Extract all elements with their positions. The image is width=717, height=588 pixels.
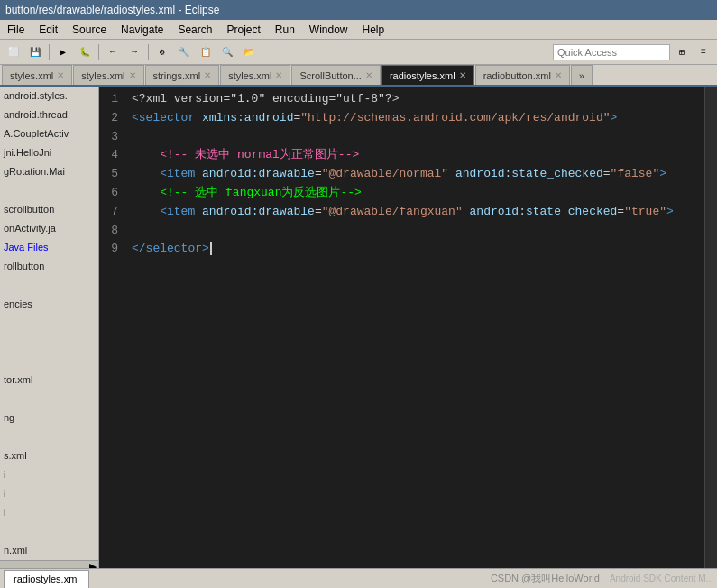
tab-close-radiostyles[interactable]: ✕ [459,70,466,80]
bottom-tab-radiostyles[interactable]: radiostyles.xml [4,570,89,588]
toolbar-btn8[interactable]: 📂 [239,42,259,62]
sidebar-item-4[interactable]: gRotation.Mai [0,162,98,181]
toolbar: ⬜ 💾 ▶ 🐛 ← → ⚙ 🔧 📋 🔍 📂 ⊞ ≡ [0,40,717,65]
tab-close-strings[interactable]: ✕ [204,70,211,80]
toolbar-back[interactable]: ← [103,42,123,62]
sidebar-item-5 [0,181,98,200]
menu-help[interactable]: Help [355,22,392,38]
sidebar-item-17 [0,427,98,446]
sidebar-item-16[interactable]: ng [0,409,98,427]
menu-project[interactable]: Project [219,22,267,38]
sidebar-item-9 [0,276,98,295]
code-content[interactable]: <?xml version="1.0" encoding="utf-8"?> <… [124,87,704,568]
toolbar-btn6[interactable]: 📋 [196,42,216,62]
bottom-tab-label: radiostyles.xml [14,574,79,584]
title-text: button/res/drawable/radiostyles.xml - Ec… [5,4,219,16]
tab-styles1[interactable]: styles.xml ✕ [2,65,72,85]
editor: 1 2 3 4 5 6 7 8 9 <?xml version="1.0" en… [99,87,717,568]
toolbar-forward[interactable]: → [124,42,144,62]
toolbar-sep2 [98,44,99,60]
toolbar-new[interactable]: ⬜ [4,42,23,62]
vertical-scrollbar[interactable] [704,87,717,568]
menu-window[interactable]: Window [302,22,355,38]
toolbar-sep1 [49,44,50,60]
tab-more[interactable]: » [571,65,593,85]
sidebar-scroll-btn[interactable]: ▶ [0,560,98,568]
sidebar-item-22 [0,522,98,541]
menu-file[interactable]: File [0,22,32,38]
watermark: CSDN @我叫HelloWorld Android SDK Content M… [491,572,713,585]
menu-source[interactable]: Source [65,22,114,38]
tab-close-styles1[interactable]: ✕ [57,70,64,80]
tabs-bar: styles.xml ✕ styles.xml ✕ strings.xml ✕ … [0,65,717,87]
toolbar-save[interactable]: 💾 [25,42,45,62]
title-bar: button/res/drawable/radiostyles.xml - Ec… [0,0,717,20]
sidebar: android.styles. android.thread: A.Couple… [0,87,99,568]
toolbar-btn4[interactable]: ⚙ [152,42,172,62]
bottom-bar: radiostyles.xml CSDN @我叫HelloWorld Andro… [0,568,717,588]
toolbar-btn5[interactable]: 🔧 [174,42,194,62]
sidebar-item-13 [0,352,98,371]
sidebar-item-7[interactable]: onActivity.ja [0,219,98,238]
tab-close-radiobutton[interactable]: ✕ [555,70,562,80]
tab-strings[interactable]: strings.xml ✕ [145,65,220,85]
toolbar-run[interactable]: ▶ [53,42,73,62]
menu-navigate[interactable]: Navigate [114,22,170,38]
code-area: 1 2 3 4 5 6 7 8 9 <?xml version="1.0" en… [99,87,717,568]
menu-run[interactable]: Run [268,22,302,38]
sidebar-item-21[interactable]: i [0,503,98,522]
menu-bar: File Edit Source Navigate Search Project… [0,20,717,40]
tab-styles2[interactable]: styles.xml ✕ [73,65,143,85]
toolbar-debug[interactable]: 🐛 [75,42,95,62]
sidebar-item-11 [0,314,98,333]
menu-search[interactable]: Search [170,22,219,38]
toolbar-grid[interactable]: ⊞ [672,42,692,62]
sidebar-item-javafiles[interactable]: Java Files [0,238,98,257]
sidebar-item-14[interactable]: tor.xml [0,371,98,390]
sidebar-item-6[interactable]: scrollbutton [0,200,98,219]
sidebar-item-0[interactable]: android.styles. [0,87,98,106]
tab-styles3[interactable]: styles.xml ✕ [220,65,290,85]
tab-close-styles3[interactable]: ✕ [275,70,282,80]
tab-close-scrollbutton[interactable]: ✕ [365,70,372,80]
sidebar-item-15 [0,390,98,409]
sidebar-item-12 [0,333,98,352]
quick-access-input[interactable] [553,44,670,60]
line-numbers: 1 2 3 4 5 6 7 8 9 [99,87,124,568]
sidebar-item-10[interactable]: encies [0,295,98,314]
tab-radiobutton[interactable]: radiobutton.xml ✕ [475,65,570,85]
sidebar-item-20[interactable]: i [0,484,98,503]
sidebar-item-1[interactable]: android.thread: [0,106,98,124]
tab-close-styles2[interactable]: ✕ [129,70,136,80]
sidebar-item-2[interactable]: A.CoupletActiv [0,124,98,143]
sidebar-item-19[interactable]: i [0,465,98,484]
sidebar-item-23[interactable]: n.xml [0,541,98,560]
tab-scrollbutton[interactable]: ScrollButton... ✕ [291,65,380,85]
menu-edit[interactable]: Edit [32,22,65,38]
toolbar-sep3 [148,44,149,60]
toolbar-btn7[interactable]: 🔍 [217,42,237,62]
main-layout: android.styles. android.thread: A.Couple… [0,87,717,568]
sidebar-item-18[interactable]: s.xml [0,446,98,465]
toolbar-extra[interactable]: ≡ [694,42,713,62]
sidebar-item-8[interactable]: rollbutton [0,257,98,276]
sidebar-item-3[interactable]: jni.HelloJni [0,143,98,162]
tab-radiostyles[interactable]: radiostyles.xml ✕ [381,65,474,85]
